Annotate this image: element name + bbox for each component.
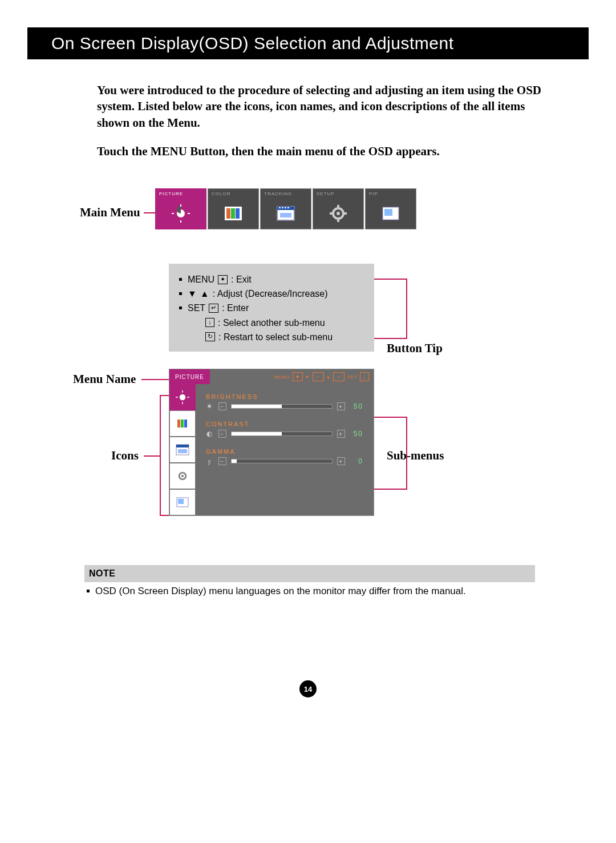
- up-arrow-icon: ▲: [326, 374, 331, 380]
- svg-rect-27: [181, 420, 184, 427]
- slider-value: 0: [350, 457, 363, 465]
- plus-button[interactable]: +: [337, 430, 345, 438]
- svg-rect-16: [330, 212, 333, 215]
- connector: [144, 455, 160, 457]
- submenu-nav-hints: MENU ✦ ▼ ← ▲ → SET ↓: [274, 372, 369, 381]
- gear-icon: [330, 197, 347, 229]
- svg-rect-15: [337, 219, 339, 222]
- connector: [141, 379, 169, 380]
- main-menu-label: SETUP: [313, 189, 335, 197]
- intro-p2: Touch the MENU Button, then the main men…: [97, 143, 548, 159]
- tip-menu-desc: : Exit: [231, 273, 252, 286]
- svg-rect-8: [236, 208, 240, 219]
- color-bars-icon: [225, 197, 242, 229]
- main-menu-label: TRACKING: [261, 189, 292, 197]
- svg-rect-26: [177, 420, 180, 427]
- note-title: NOTE: [84, 565, 535, 582]
- nav-set-label: SET: [347, 374, 358, 380]
- svg-rect-30: [176, 445, 189, 447]
- svg-rect-14: [337, 205, 339, 208]
- plus-button[interactable]: +: [337, 402, 345, 410]
- callout-button-tip: Button Tip: [387, 341, 443, 356]
- connector: [406, 417, 407, 490]
- gamma-icon: γ: [206, 457, 214, 465]
- connector: [406, 279, 407, 339]
- page-number: 14: [299, 680, 317, 697]
- osd-submenu-panel: PICTURE MENU ✦ ▼ ← ▲ → SET ↓: [169, 369, 374, 516]
- tip-adjust-desc: : Adjust (Decrease/Increase): [213, 287, 328, 300]
- submenu-header: PICTURE MENU ✦ ▼ ← ▲ → SET ↓: [169, 369, 374, 384]
- slider-name: CONTRAST: [206, 421, 363, 427]
- main-menu-item-picture[interactable]: PICTURE: [155, 188, 206, 229]
- submenu-sliders: BRIGHTNESS ✷ − + 50 CONTRAST ◐ −: [196, 384, 374, 515]
- minus-button[interactable]: −: [218, 457, 226, 465]
- osd-main-menu: PICTURE COLOR TRACKING SETUP PIP: [155, 188, 416, 229]
- tracking-icon: [277, 197, 295, 229]
- svg-rect-17: [344, 212, 347, 215]
- svg-rect-31: [178, 449, 187, 453]
- slider-value: 50: [350, 430, 363, 438]
- connector: [374, 279, 406, 280]
- submenu-icon-tracking[interactable]: [169, 437, 196, 463]
- page-title: On Screen Display(OSD) Selection and Adj…: [51, 34, 454, 53]
- slider-bar[interactable]: [231, 404, 333, 409]
- slider-brightness: BRIGHTNESS ✷ − + 50: [206, 393, 363, 410]
- button-tip-box: MENU ✦ : Exit ▼ ▲ : Adjust (Decrease/Inc…: [169, 264, 374, 352]
- down-arrow-icon: ▼: [188, 287, 197, 300]
- main-menu-item-pip[interactable]: PIP: [365, 188, 416, 229]
- main-menu-item-tracking[interactable]: TRACKING: [260, 188, 311, 229]
- svg-point-13: [337, 212, 340, 215]
- tip-select-sub: ↓ : Select another sub-menu: [179, 316, 367, 329]
- pip-icon: [176, 497, 189, 507]
- submenu-icon-column: [169, 384, 196, 515]
- svg-rect-28: [184, 420, 187, 427]
- connector: [374, 338, 406, 339]
- slider-name: BRIGHTNESS: [206, 393, 363, 400]
- slider-bar[interactable]: [231, 431, 333, 436]
- submenu-icon-color[interactable]: [169, 410, 196, 437]
- svg-rect-19: [384, 209, 392, 216]
- tip-down-desc: : Select another sub-menu: [218, 316, 325, 329]
- callout-sub-menus: Sub-menus: [387, 449, 444, 463]
- connector: [374, 489, 406, 490]
- brightness-icon: [172, 197, 190, 229]
- tip-set-label: SET: [188, 301, 205, 314]
- tip-restart: ↻ : Restart to select sub-menu: [179, 330, 367, 344]
- svg-rect-35: [178, 499, 184, 504]
- bullet-icon: [179, 278, 182, 281]
- bullet-icon: [87, 590, 90, 592]
- svg-rect-11: [280, 213, 291, 217]
- connector: [160, 395, 169, 396]
- main-menu-item-color[interactable]: COLOR: [208, 188, 259, 229]
- tip-menu-exit: MENU ✦ : Exit: [179, 273, 367, 286]
- main-menu-label: PICTURE: [156, 189, 183, 197]
- connector: [374, 417, 406, 418]
- submenu-icon-pip[interactable]: [169, 489, 196, 515]
- minus-button[interactable]: −: [218, 402, 226, 410]
- svg-rect-7: [231, 208, 235, 219]
- main-menu-item-setup[interactable]: SETUP: [313, 188, 364, 229]
- slider-gamma: GAMMA γ − + 0: [206, 448, 363, 465]
- enter-key-icon: ↵: [209, 304, 218, 313]
- slider-bar[interactable]: [231, 459, 333, 463]
- tracking-icon: [176, 444, 189, 455]
- main-menu-label: PIP: [366, 189, 378, 197]
- left-key-icon: ←: [313, 372, 324, 381]
- contrast-icon: ◐: [206, 430, 214, 438]
- menu-key-icon: ✦: [218, 275, 228, 284]
- submenu-icon-setup[interactable]: [169, 463, 196, 489]
- tip-set-enter: SET ↵ : Enter: [179, 301, 367, 314]
- plus-button[interactable]: +: [337, 457, 345, 465]
- svg-point-20: [180, 394, 186, 401]
- main-menu-label: COLOR: [208, 189, 230, 197]
- tip-menu-label: MENU: [188, 273, 214, 286]
- bullet-icon: [179, 306, 182, 309]
- down-key-icon: ↓: [360, 372, 369, 381]
- note-body-row: OSD (On Screen Display) menu languages o…: [84, 582, 535, 600]
- down-key-icon: ↓: [205, 318, 214, 327]
- submenu-icon-picture[interactable]: [169, 384, 196, 410]
- submenu-menu-name: PICTURE: [169, 369, 210, 384]
- minus-button[interactable]: −: [218, 430, 226, 438]
- slider-contrast: CONTRAST ◐ − + 50: [206, 421, 363, 438]
- right-key-icon: →: [333, 372, 345, 381]
